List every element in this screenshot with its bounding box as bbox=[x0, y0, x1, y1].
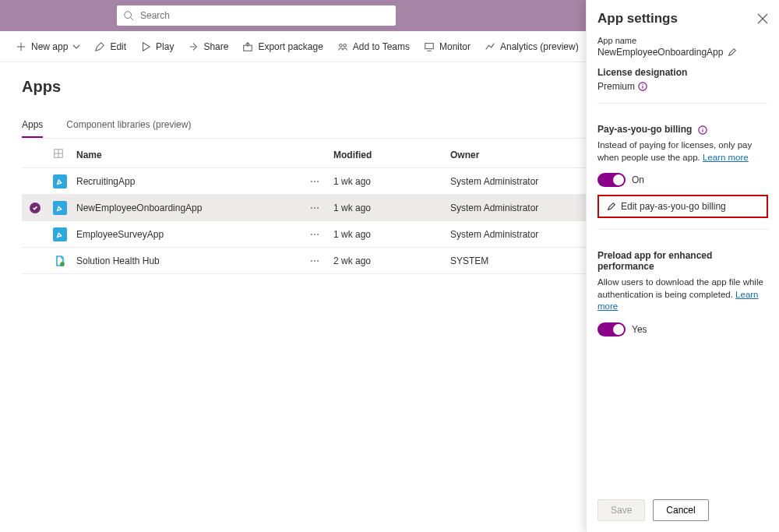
columns-icon bbox=[53, 148, 64, 159]
app-name-value: NewEmployeeOnboardingApp bbox=[597, 47, 723, 58]
row-name[interactable]: RecruitingApp bbox=[76, 176, 310, 187]
col-name[interactable]: Name bbox=[76, 150, 310, 160]
app-name-row: NewEmployeeOnboardingApp bbox=[597, 47, 768, 58]
app-icon bbox=[53, 227, 67, 241]
app-name-label: App name bbox=[597, 36, 768, 45]
preload-description: Allow users to download the app file whi… bbox=[597, 277, 768, 313]
preload-toggle-label: Yes bbox=[632, 324, 647, 335]
payg-learn-more-link[interactable]: Learn more bbox=[703, 153, 749, 162]
monitor-button[interactable]: Monitor bbox=[424, 41, 471, 52]
row-modified: 1 wk ago bbox=[333, 229, 450, 240]
edit-pay-as-you-go-billing-button[interactable]: Edit pay-as-you-go billing bbox=[597, 195, 768, 218]
tab-apps[interactable]: Apps bbox=[22, 113, 43, 138]
cancel-button[interactable]: Cancel bbox=[653, 499, 708, 521]
export-label: Export package bbox=[258, 41, 323, 52]
row-name[interactable]: EmployeeSurveyApp bbox=[76, 229, 310, 240]
app-icon bbox=[53, 201, 67, 215]
tab-component-libraries[interactable]: Component libraries (preview) bbox=[66, 113, 191, 138]
payg-toggle-label: On bbox=[632, 174, 644, 185]
row-selected-check-icon bbox=[30, 203, 41, 213]
edit-billing-label: Edit pay-as-you-go billing bbox=[621, 201, 726, 212]
plus-icon bbox=[16, 41, 26, 52]
monitor-label: Monitor bbox=[439, 41, 471, 52]
col-modified[interactable]: Modified bbox=[333, 150, 450, 160]
svg-line-1 bbox=[131, 18, 134, 21]
info-icon[interactable] bbox=[638, 82, 647, 91]
divider bbox=[597, 229, 768, 230]
save-button: Save bbox=[597, 499, 645, 521]
export-package-button[interactable]: Export package bbox=[242, 41, 323, 52]
analytics-icon bbox=[485, 41, 495, 52]
row-name[interactable]: Solution Health Hub bbox=[76, 255, 310, 266]
edit-label: Edit bbox=[110, 41, 126, 52]
close-icon[interactable] bbox=[757, 13, 768, 24]
share-button[interactable]: Share bbox=[188, 41, 228, 52]
payg-toggle[interactable] bbox=[597, 173, 626, 187]
monitor-icon bbox=[424, 41, 435, 52]
row-modified: 2 wk ago bbox=[333, 255, 450, 266]
panel-header: App settings bbox=[597, 11, 768, 26]
divider bbox=[597, 103, 768, 104]
new-app-button[interactable]: New app bbox=[16, 41, 80, 52]
teams-icon bbox=[337, 41, 348, 52]
row-name[interactable]: NewEmployeeOnboardingApp bbox=[76, 203, 310, 213]
svg-point-22 bbox=[643, 84, 643, 85]
row-modified: 1 wk ago bbox=[333, 203, 450, 213]
app-settings-panel: App settings App name NewEmployeeOnboard… bbox=[586, 0, 779, 532]
info-icon[interactable] bbox=[698, 125, 707, 135]
row-owner: System Administrator bbox=[450, 203, 590, 213]
search-input[interactable] bbox=[139, 9, 390, 22]
chevron-down-icon bbox=[72, 43, 80, 51]
row-more-icon[interactable]: ⋯ bbox=[310, 255, 333, 266]
license-value: Premium bbox=[597, 81, 635, 92]
row-modified: 1 wk ago bbox=[333, 176, 450, 187]
row-more-icon[interactable]: ⋯ bbox=[310, 229, 333, 240]
edit-name-icon[interactable] bbox=[728, 48, 737, 57]
panel-title: App settings bbox=[597, 11, 678, 26]
add-to-teams-button[interactable]: Add to Teams bbox=[337, 41, 410, 52]
play-label: Play bbox=[156, 41, 174, 52]
payg-toggle-row: On bbox=[597, 173, 768, 187]
export-icon bbox=[242, 41, 253, 52]
row-owner: System Administrator bbox=[450, 229, 590, 240]
teams-label: Add to Teams bbox=[353, 41, 410, 52]
svg-point-0 bbox=[125, 12, 132, 19]
play-icon bbox=[140, 41, 151, 52]
svg-marker-7 bbox=[143, 42, 150, 51]
edit-button[interactable]: Edit bbox=[94, 41, 126, 52]
license-designation-label: License designation bbox=[597, 67, 768, 78]
search-icon bbox=[123, 10, 134, 21]
row-more-icon[interactable]: ⋯ bbox=[310, 203, 333, 213]
share-icon bbox=[188, 41, 199, 52]
preload-toggle[interactable] bbox=[597, 322, 626, 336]
solution-icon bbox=[53, 254, 67, 268]
payg-title: Pay-as-you-go billing bbox=[597, 124, 768, 135]
play-button[interactable]: Play bbox=[140, 41, 174, 52]
row-owner: SYSTEM bbox=[450, 255, 590, 266]
row-owner: System Administrator bbox=[450, 176, 590, 187]
new-app-label: New app bbox=[31, 41, 68, 52]
app-icon bbox=[53, 174, 67, 188]
svg-point-9 bbox=[339, 44, 342, 47]
share-label: Share bbox=[203, 41, 228, 52]
analytics-button[interactable]: Analytics (preview) bbox=[485, 41, 579, 52]
preload-title: Preload app for enhanced performance bbox=[597, 250, 768, 272]
column-picker[interactable] bbox=[53, 148, 76, 161]
svg-point-10 bbox=[344, 44, 347, 47]
svg-rect-11 bbox=[425, 43, 434, 48]
col-owner[interactable]: Owner bbox=[450, 150, 590, 160]
search-box[interactable] bbox=[117, 5, 396, 26]
preload-toggle-row: Yes bbox=[597, 322, 768, 336]
pencil-icon bbox=[607, 202, 616, 211]
pencil-icon bbox=[94, 41, 105, 52]
svg-point-25 bbox=[702, 128, 703, 129]
analytics-label: Analytics (preview) bbox=[500, 41, 579, 52]
row-more-icon[interactable]: ⋯ bbox=[310, 176, 333, 187]
payg-description: Instead of paying for licenses, only pay… bbox=[597, 139, 768, 164]
panel-footer: Save Cancel bbox=[597, 490, 768, 532]
